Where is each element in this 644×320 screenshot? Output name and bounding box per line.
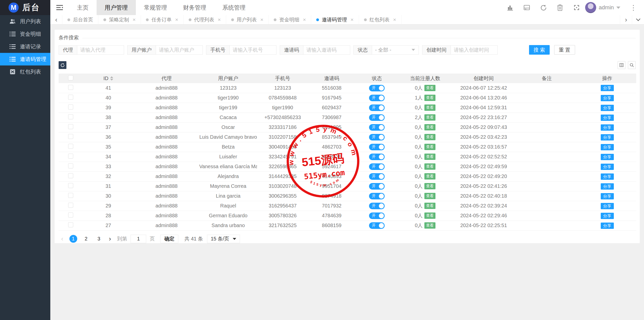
status-toggle[interactable]: 开 — [369, 104, 385, 111]
row-checkbox[interactable] — [68, 212, 73, 218]
row-checkbox[interactable] — [68, 144, 73, 149]
tab[interactable]: 用户列表 × — [226, 15, 269, 24]
share-button[interactable]: 分享 — [601, 213, 614, 219]
close-icon[interactable]: × — [133, 17, 136, 23]
status-toggle[interactable]: 开 — [369, 134, 385, 140]
row-checkbox[interactable] — [68, 154, 73, 159]
prev-page-button[interactable]: ‹ — [59, 235, 66, 243]
view-button[interactable]: 查看 — [424, 85, 435, 91]
view-button[interactable]: 查看 — [424, 114, 435, 121]
share-button[interactable]: 分享 — [601, 223, 614, 229]
tabs-scroll-left[interactable]: ‹ — [50, 15, 62, 24]
row-checkbox[interactable] — [68, 183, 73, 188]
view-button[interactable]: 查看 — [424, 212, 435, 219]
share-button[interactable]: 分享 — [601, 193, 614, 199]
menu-collapse-icon[interactable] — [50, 0, 69, 15]
top-nav-item[interactable]: 常规管理 — [136, 0, 175, 15]
row-checkbox[interactable] — [68, 124, 73, 129]
share-button[interactable]: 分享 — [601, 115, 614, 121]
tab[interactable]: 后台首页 — [62, 15, 98, 24]
tab[interactable]: 红包列表 × — [359, 15, 401, 24]
view-button[interactable]: 查看 — [424, 193, 435, 199]
sidebar-item[interactable]: 红包列表 — [0, 65, 50, 78]
share-button[interactable]: 分享 — [601, 164, 614, 170]
status-toggle[interactable]: 开 — [369, 203, 385, 209]
close-icon[interactable]: × — [218, 17, 221, 23]
tab[interactable]: 代理列表 × — [184, 15, 226, 24]
tab[interactable]: 资金明细 × — [269, 15, 311, 24]
sidebar-item[interactable]: 邀请码管理 — [0, 53, 50, 65]
top-nav-item[interactable]: 财务管理 — [175, 0, 214, 15]
tabs-menu[interactable] — [632, 15, 644, 24]
view-button[interactable]: 查看 — [424, 144, 435, 150]
row-checkbox[interactable] — [68, 222, 73, 227]
share-button[interactable]: 分享 — [601, 105, 614, 111]
trash-icon[interactable] — [556, 4, 564, 11]
status-toggle[interactable]: 开 — [369, 114, 385, 121]
status-toggle[interactable]: 开 — [369, 183, 385, 190]
share-button[interactable]: 分享 — [601, 173, 614, 180]
search-input-手机号[interactable] — [230, 45, 276, 55]
row-checkbox[interactable] — [68, 203, 73, 208]
search-zoom-button[interactable] — [628, 61, 636, 69]
status-toggle[interactable]: 开 — [369, 95, 385, 101]
row-checkbox[interactable] — [68, 173, 73, 178]
status-toggle[interactable]: 开 — [369, 144, 385, 150]
status-toggle[interactable]: 开 — [369, 193, 385, 199]
status-toggle[interactable]: 开 — [369, 222, 385, 229]
share-button[interactable]: 分享 — [601, 154, 614, 160]
more-menu-icon[interactable]: ⋮ — [630, 4, 637, 12]
confirm-page-button[interactable]: 确定 — [160, 235, 178, 243]
select-all-checkbox[interactable] — [68, 75, 73, 80]
view-button[interactable]: 查看 — [424, 203, 435, 209]
search-input-用户账户[interactable] — [156, 45, 203, 55]
chart-icon[interactable] — [507, 4, 514, 11]
row-checkbox[interactable] — [68, 85, 73, 90]
page-button-1[interactable]: 1 — [69, 235, 77, 243]
search-input-代理[interactable] — [77, 45, 124, 55]
status-toggle[interactable]: 开 — [369, 163, 385, 170]
view-button[interactable]: 查看 — [424, 183, 435, 189]
row-checkbox[interactable] — [68, 163, 73, 168]
status-toggle[interactable]: 开 — [369, 173, 385, 180]
status-toggle[interactable]: 开 — [369, 154, 385, 160]
row-checkbox[interactable] — [68, 104, 73, 110]
close-icon[interactable]: × — [393, 17, 396, 23]
top-nav-item[interactable]: 主页 — [69, 0, 97, 15]
view-button[interactable]: 查看 — [424, 134, 435, 140]
status-toggle[interactable]: 开 — [369, 212, 385, 219]
close-icon[interactable]: × — [175, 17, 178, 23]
view-button[interactable]: 查看 — [424, 124, 435, 130]
fullscreen-icon[interactable] — [573, 4, 580, 11]
close-icon[interactable]: × — [260, 17, 263, 23]
sort-icon[interactable] — [110, 76, 113, 81]
search-input-创建时间[interactable] — [451, 45, 498, 55]
view-button[interactable]: 查看 — [424, 95, 435, 101]
sidebar-item[interactable]: 用户列表 — [0, 15, 50, 28]
sidebar-item[interactable]: 资金明细 — [0, 28, 50, 40]
row-checkbox[interactable] — [68, 193, 73, 198]
view-button[interactable]: 查看 — [424, 173, 435, 180]
tab[interactable]: 策略定制 × — [98, 15, 141, 24]
next-page-button[interactable]: › — [106, 235, 114, 243]
tab[interactable]: 任务订单 × — [141, 15, 183, 24]
share-button[interactable]: 分享 — [601, 203, 614, 209]
panel-icon[interactable] — [523, 4, 530, 11]
view-button[interactable]: 查看 — [424, 163, 435, 170]
close-icon[interactable]: × — [303, 17, 306, 23]
share-button[interactable]: 分享 — [601, 144, 614, 150]
user-menu[interactable]: admin — [585, 2, 620, 13]
reset-button[interactable]: 重 置 — [554, 45, 575, 55]
page-button-3[interactable]: 3 — [95, 235, 103, 243]
top-nav-item[interactable]: 用户管理 — [97, 0, 136, 15]
search-input-邀请码[interactable] — [303, 45, 350, 55]
per-page-select[interactable]: 15 条/页 — [207, 235, 240, 243]
tabs-scroll-right[interactable]: › — [620, 15, 632, 24]
view-button[interactable]: 查看 — [424, 104, 435, 111]
sidebar-item[interactable]: 邀请记录 — [0, 40, 50, 53]
search-button[interactable]: 搜 索 — [529, 45, 550, 55]
share-button[interactable]: 分享 — [601, 85, 614, 91]
tab[interactable]: 邀请码管理 × — [311, 15, 359, 24]
share-button[interactable]: 分享 — [601, 134, 614, 140]
status-toggle[interactable]: 开 — [369, 85, 385, 91]
